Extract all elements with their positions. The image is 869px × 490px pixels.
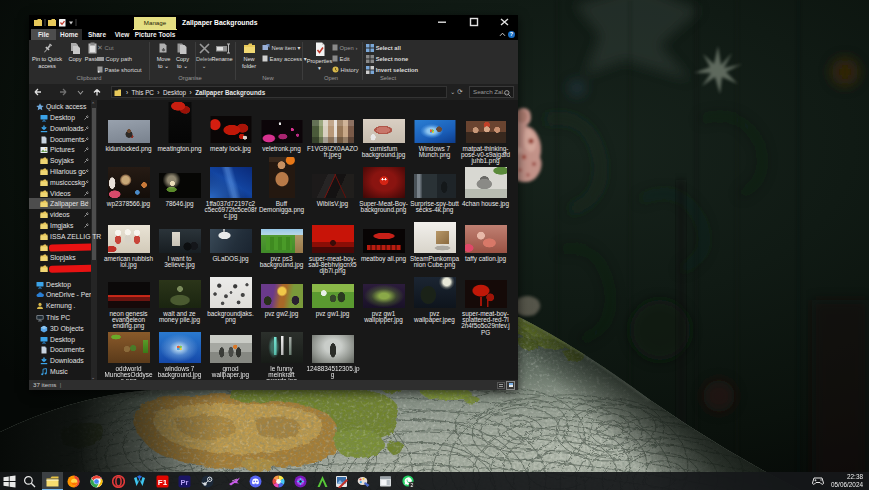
svg-text:F1: F1 — [158, 477, 168, 486]
svg-text:Pr: Pr — [181, 477, 189, 486]
svg-text:2: 2 — [410, 481, 413, 487]
